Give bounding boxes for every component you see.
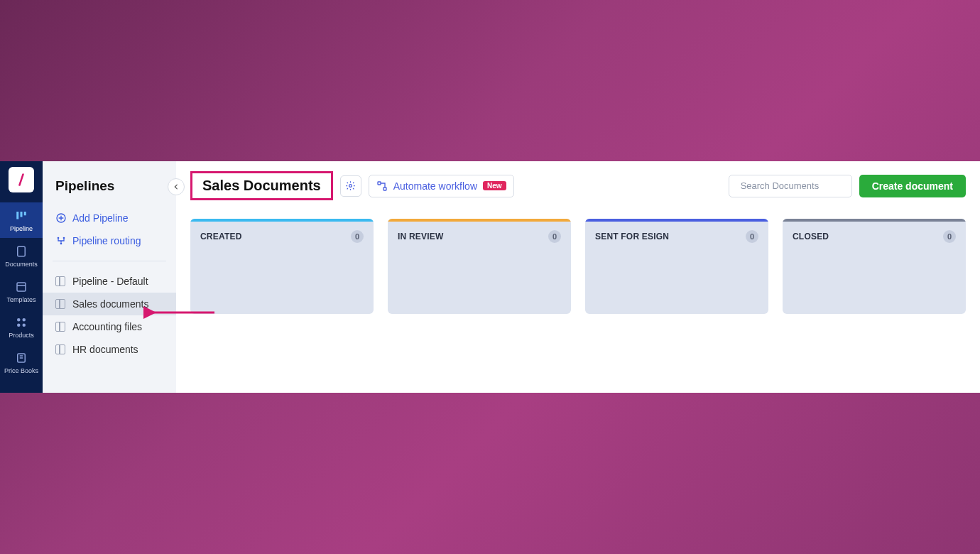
column-in-review[interactable]: IN REVIEW 0 [388,219,571,314]
nav-item-pricebooks[interactable]: Price Books [0,344,43,380]
nav-item-pipeline[interactable]: Pipeline [0,202,43,238]
svg-rect-16 [383,188,386,190]
page-title-highlight: Sales Documents [190,171,333,200]
board-icon [55,299,65,309]
create-document-button[interactable]: Create document [859,175,966,197]
column-name: SENT FOR ESIGN [595,232,669,241]
nav-label: Price Books [4,367,38,374]
svg-point-5 [17,318,21,322]
svg-point-7 [17,324,21,327]
settings-button[interactable] [340,175,361,197]
pipeline-icon [15,210,28,222]
new-badge: New [483,181,506,190]
search-input[interactable] [741,180,860,191]
pipeline-routing-link[interactable]: Pipeline routing [43,229,176,252]
slash-icon [14,173,28,187]
sidebar-item-label: Sales documents [72,298,148,310]
search-box[interactable] [729,175,852,197]
column-created[interactable]: CREATED 0 [190,219,374,314]
column-name: CREATED [200,232,242,241]
app-window: Pipeline Documents Templates Products Pr… [0,161,980,393]
svg-rect-1 [21,212,23,217]
pricebooks-icon [15,352,28,364]
automate-workflow-button[interactable]: Automate workflow New [369,175,514,197]
board-icon [55,344,65,354]
nav-item-documents[interactable]: Documents [0,238,43,273]
page-title: Sales Documents [202,178,321,194]
templates-icon [15,281,28,293]
kanban-board: CREATED 0 IN REVIEW 0 SENT FOR ESIGN 0 [176,210,980,314]
svg-point-6 [23,318,26,322]
add-pipeline-link[interactable]: Add Pipeline [43,207,176,229]
nav-label: Documents [5,261,38,268]
nav-item-products[interactable]: Products [0,309,43,344]
chevron-left-icon [173,183,180,190]
column-sent-for-esign[interactable]: SENT FOR ESIGN 0 [585,219,768,314]
plus-circle-icon [55,212,67,224]
workflow-icon [376,180,388,192]
svg-rect-15 [378,182,381,185]
divider [53,261,166,261]
sidebar: Pipelines Add Pipeline Pipeline routing … [43,161,176,393]
nav-label: Pipeline [10,225,33,232]
nav-item-templates[interactable]: Templates [0,273,43,309]
main-content: Sales Documents Automate workflow New Cr… [176,161,980,393]
collapse-sidebar-button[interactable] [168,178,185,195]
topbar: Sales Documents Automate workflow New Cr… [176,161,980,210]
svg-point-12 [63,237,65,239]
app-logo[interactable] [9,167,34,192]
gear-icon [345,180,356,191]
svg-rect-3 [18,246,26,256]
nav-label: Templates [6,296,36,303]
nav-label: Products [9,332,34,339]
column-name: IN REVIEW [398,232,443,241]
documents-icon [15,245,28,258]
routing-icon [55,235,67,246]
board-icon [55,276,65,286]
column-count: 0 [548,230,561,243]
svg-point-11 [58,237,60,239]
products-icon [15,316,28,329]
automate-label: Automate workflow [393,180,477,192]
svg-point-13 [60,243,62,245]
svg-rect-2 [24,212,26,215]
sidebar-item-label: Pipeline - Default [72,276,148,287]
column-count: 0 [943,230,956,243]
sidebar-item-label: HR documents [72,344,138,355]
sidebar-item-accounting-files[interactable]: Accounting files [43,315,176,338]
sidebar-item-sales-documents[interactable]: Sales documents [43,293,176,315]
board-icon [55,322,65,332]
column-closed[interactable]: CLOSED 0 [783,219,966,314]
column-count: 0 [351,230,364,243]
add-pipeline-label: Add Pipeline [72,212,129,224]
sidebar-item-hr-documents[interactable]: HR documents [43,338,176,361]
routing-label: Pipeline routing [72,235,141,246]
svg-point-8 [23,324,26,327]
svg-point-14 [349,185,352,188]
sidebar-item-default[interactable]: Pipeline - Default [43,270,176,293]
sidebar-item-label: Accounting files [72,321,142,332]
nav-rail: Pipeline Documents Templates Products Pr… [0,161,43,393]
sidebar-title: Pipelines [43,178,176,207]
column-count: 0 [746,230,758,243]
svg-rect-4 [17,283,26,291]
column-name: CLOSED [793,232,829,241]
svg-rect-0 [16,212,18,219]
